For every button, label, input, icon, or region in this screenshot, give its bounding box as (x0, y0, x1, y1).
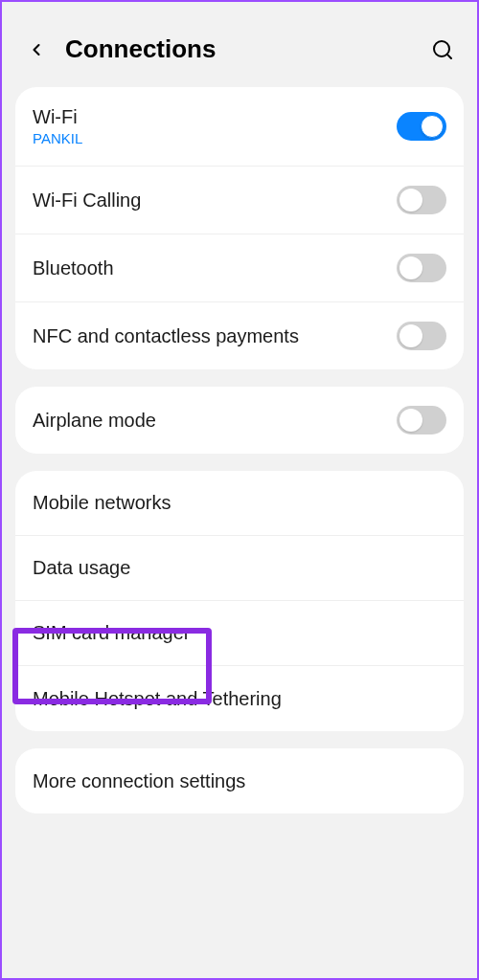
airplane-mode-row[interactable]: Airplane mode (15, 387, 464, 454)
row-label: SIM card manager (33, 622, 446, 644)
svg-line-1 (447, 54, 451, 57)
row-label: NFC and contactless payments (33, 325, 397, 347)
row-label: Mobile networks (33, 492, 446, 514)
row-label: Bluetooth (33, 257, 397, 279)
sim-card-manager-row[interactable]: SIM card manager (15, 601, 464, 666)
bluetooth-row[interactable]: Bluetooth (15, 234, 464, 302)
airplane-mode-toggle[interactable] (397, 406, 446, 434)
nfc-toggle[interactable] (397, 322, 446, 350)
page-title: Connections (65, 34, 429, 64)
settings-group: Mobile networks Data usage SIM card mana… (15, 471, 464, 731)
back-icon[interactable] (23, 36, 50, 63)
bluetooth-toggle[interactable] (397, 254, 446, 282)
row-label: More connection settings (33, 770, 446, 792)
nfc-row[interactable]: NFC and contactless payments (15, 302, 464, 369)
wifi-toggle[interactable] (397, 112, 446, 141)
row-label: Airplane mode (33, 410, 397, 432)
row-label: Wi-Fi (33, 106, 397, 128)
settings-group: Airplane mode (15, 387, 464, 454)
mobile-hotspot-row[interactable]: Mobile Hotspot and Tethering (15, 666, 464, 731)
mobile-networks-row[interactable]: Mobile networks (15, 471, 464, 536)
wifi-row[interactable]: Wi-Fi PANKIL (15, 87, 464, 167)
wifi-calling-row[interactable]: Wi-Fi Calling (15, 167, 464, 234)
row-label: Data usage (33, 557, 446, 579)
row-label: Mobile Hotspot and Tethering (33, 688, 446, 710)
search-icon[interactable] (429, 36, 456, 63)
more-connection-settings-row[interactable]: More connection settings (15, 748, 464, 813)
settings-group: Wi-Fi PANKIL Wi-Fi Calling Bluetooth NFC… (15, 87, 464, 369)
header: Connections (15, 15, 464, 87)
wifi-calling-toggle[interactable] (397, 186, 446, 214)
settings-group: More connection settings (15, 748, 464, 813)
data-usage-row[interactable]: Data usage (15, 536, 464, 601)
wifi-network-name: PANKIL (33, 130, 397, 146)
row-label: Wi-Fi Calling (33, 189, 397, 212)
